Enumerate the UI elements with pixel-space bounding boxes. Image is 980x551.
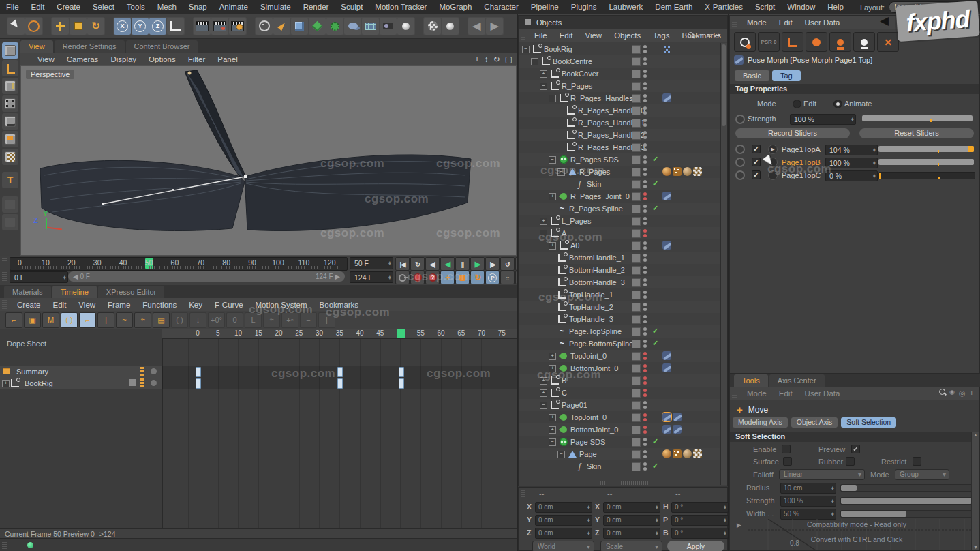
- solo-toggle[interactable]: [151, 380, 157, 386]
- value-key-button[interactable]: |: [97, 312, 114, 328]
- goto-start-button[interactable]: |◀: [395, 257, 410, 271]
- tree-row-r-pages-handles[interactable]: −R_Pages_Handles: [519, 92, 722, 104]
- record-scale-button[interactable]: [455, 271, 470, 284]
- menubar-item-file[interactable]: File: [0, 0, 25, 14]
- morph-value-field[interactable]: 104 %: [825, 145, 878, 155]
- viewport-menu-options[interactable]: Options: [142, 53, 182, 66]
- tree-row-page01[interactable]: −Page01: [519, 399, 722, 411]
- layer-color-chip[interactable]: [632, 438, 641, 447]
- axis-z-lock-button[interactable]: Z: [149, 18, 166, 35]
- tab-content-browser[interactable]: Content Browser: [126, 40, 198, 53]
- enabled-check-icon[interactable]: ✓: [652, 204, 658, 213]
- tree-row-r-pages[interactable]: −R_Pages: [519, 80, 722, 92]
- morph-slider[interactable]: [878, 172, 975, 179]
- timeline-menu-create[interactable]: Create: [11, 298, 47, 312]
- expand-toggle[interactable]: −: [540, 230, 547, 237]
- menubar-item-window[interactable]: Window: [781, 0, 821, 14]
- scroll-down-icon[interactable]: ▼: [973, 545, 978, 550]
- morph-elbow-icon[interactable]: [782, 32, 803, 52]
- home-icon[interactable]: ⌂: [698, 31, 703, 40]
- scale-tool-button[interactable]: [70, 18, 87, 35]
- visibility-dots[interactable]: [643, 266, 647, 274]
- model-mode-button[interactable]: [2, 42, 18, 59]
- layer-color-chip[interactable]: [632, 106, 641, 115]
- attr-menu-user-data[interactable]: User Data: [799, 16, 846, 29]
- stop-button[interactable]: ||: [455, 257, 470, 271]
- metaball-object-button[interactable]: [344, 18, 361, 35]
- add-box-tool-button[interactable]: +▫: [281, 312, 298, 328]
- tab-xpresso-editor[interactable]: XPresso Editor: [98, 286, 164, 298]
- uv-mode-button[interactable]: [2, 149, 18, 165]
- polygon-mode-button[interactable]: [2, 131, 18, 147]
- selection-arrow-button[interactable]: [7, 18, 25, 35]
- pen-spline-button[interactable]: [273, 18, 290, 35]
- enabled-check-icon[interactable]: ✓: [652, 462, 658, 471]
- expand-toggle[interactable]: −: [540, 402, 547, 409]
- record-rotation-button[interactable]: ↻: [470, 271, 485, 284]
- drag-grip[interactable]: [732, 389, 737, 398]
- tree-row-skin[interactable]: ʃSkin✓: [519, 460, 722, 473]
- visibility-dots[interactable]: [643, 364, 647, 372]
- keyframe-marker[interactable]: [196, 378, 201, 389]
- keyframe-marker[interactable]: [399, 367, 404, 377]
- morph-checkbox[interactable]: ✓: [752, 145, 761, 153]
- param-slider[interactable]: [840, 497, 973, 505]
- tree-row-topjoint-0[interactable]: +TopJoint_0: [519, 411, 722, 423]
- drag-grip[interactable]: [2, 300, 7, 309]
- visibility-dots[interactable]: [643, 315, 647, 323]
- objects-menu-tags[interactable]: Tags: [647, 29, 675, 42]
- expand-toggle[interactable]: −: [557, 168, 565, 176]
- visibility-dots[interactable]: [643, 438, 647, 446]
- expand-toggle[interactable]: +: [540, 389, 547, 397]
- elbow-tool-button[interactable]: L: [245, 312, 262, 328]
- nav-forward-button[interactable]: ▶: [486, 18, 503, 35]
- checkbox-surface[interactable]: [783, 457, 792, 466]
- param-field[interactable]: 50 %: [780, 509, 836, 520]
- timeline-menu-edit[interactable]: Edit: [47, 298, 73, 312]
- tab-modeling-axis[interactable]: Modeling Axis: [733, 417, 788, 428]
- morph-psr-icon[interactable]: PSR 0: [758, 32, 780, 52]
- deformer-object-button[interactable]: [309, 18, 326, 35]
- tree-row-r-pages-spline[interactable]: ~R_Pages.Spline✓: [519, 203, 722, 215]
- menubar-item-create[interactable]: Create: [50, 0, 87, 14]
- drag-grip[interactable]: [521, 490, 525, 497]
- tree-row-r-pages[interactable]: −R_Pages: [519, 166, 722, 178]
- frame-ruler[interactable]: 0102030405060708090100110120: [10, 257, 348, 271]
- render-view-button[interactable]: [194, 18, 211, 35]
- morph-name[interactable]: Page1TopA: [782, 145, 821, 153]
- bar-tool-button[interactable]: |: [318, 312, 335, 328]
- tree-row-r-pages-handle-2[interactable]: R_Pages_Handle_2: [519, 129, 722, 141]
- layer-color-chip[interactable]: [632, 254, 641, 263]
- texture-mode-button[interactable]: [2, 78, 18, 94]
- add-icon[interactable]: +: [970, 389, 974, 398]
- keyframe-circle[interactable]: [735, 115, 745, 124]
- axis-x-lock-button[interactable]: X: [114, 18, 131, 35]
- eye-icon[interactable]: ▭: [707, 32, 712, 38]
- timeline-menu-key[interactable]: Key: [183, 298, 209, 312]
- record-position-button[interactable]: +: [440, 271, 455, 284]
- visibility-dots[interactable]: [643, 82, 647, 90]
- layer-color-chip[interactable]: [632, 401, 641, 410]
- expand-toggle[interactable]: −: [557, 451, 565, 458]
- layer-color-chip[interactable]: [632, 291, 641, 299]
- strength-slider[interactable]: [862, 115, 973, 121]
- visibility-dots[interactable]: [643, 106, 647, 115]
- morph-value-field[interactable]: 0 %: [825, 170, 878, 181]
- enabled-check-icon[interactable]: ✓: [652, 155, 658, 164]
- coord-field-z[interactable]: 0 cm: [535, 528, 592, 539]
- tree-row-bottomhandle-1[interactable]: BottomHandle_1: [519, 252, 722, 264]
- tree-row-tophandle-1[interactable]: TopHandle_1: [519, 288, 722, 301]
- tree-row-r-pages-handle-3[interactable]: R_Pages_Handle_3: [519, 141, 722, 153]
- wave-tool-button[interactable]: ≈: [263, 312, 280, 328]
- timeline-range-slider[interactable]: ◀ 0 F124 F ▶: [68, 271, 345, 282]
- expand-toggle[interactable]: +: [540, 377, 547, 385]
- menubar-item-snap[interactable]: Snap: [183, 0, 213, 14]
- layer-color-chip[interactable]: [632, 70, 641, 78]
- tools-menu-mode[interactable]: Mode: [741, 387, 773, 400]
- marker-tool-button[interactable]: M: [42, 312, 59, 328]
- objects-menu-edit[interactable]: Edit: [553, 29, 579, 42]
- coord-field-x[interactable]: 0 cm: [535, 502, 592, 513]
- tree-row-b[interactable]: +B: [519, 374, 722, 387]
- tag-xpresso-icon[interactable]: [662, 44, 671, 53]
- enabled-check-icon[interactable]: ✓: [652, 179, 658, 188]
